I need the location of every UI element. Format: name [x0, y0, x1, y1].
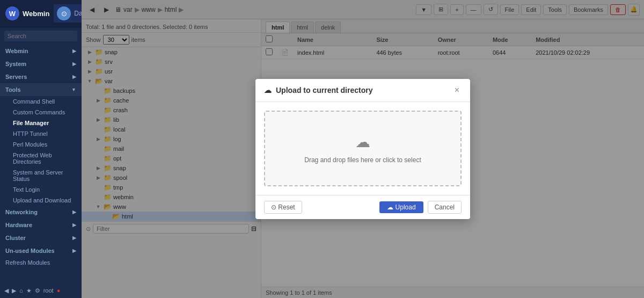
upload-modal: ☁ Upload to current directory × ☁ Drag a… — [255, 79, 470, 219]
sidebar-unused-arrow: ▶ — [72, 248, 76, 253]
sidebar-system-arrow: ▶ — [72, 61, 76, 67]
sidebar-item-upload-download[interactable]: Upload and Download — [8, 195, 82, 206]
sidebar-tools-label: Tools — [5, 86, 21, 93]
reset-button[interactable]: ⊙ Reset — [264, 201, 302, 214]
footer-icon-star[interactable]: ★ — [26, 287, 32, 294]
sidebar-cluster-label: Cluster — [5, 235, 26, 241]
footer-icon-gear[interactable]: ⚙ — [35, 287, 40, 294]
reset-label: Reset — [278, 203, 295, 211]
upload-title-text: Upload to current directory — [276, 86, 372, 95]
webmin-icon: W — [5, 6, 19, 20]
dashboard-icon: ⊙ — [57, 6, 71, 20]
sidebar-webmin-link[interactable]: W Webmin — [5, 6, 49, 20]
sidebar-hardware-arrow: ▶ — [72, 222, 76, 228]
sidebar-system-label: System — [5, 61, 26, 67]
sidebar-item-system-server-status[interactable]: System and Server Status — [8, 167, 82, 184]
search-input[interactable] — [4, 31, 77, 41]
upload-label: Upload — [396, 203, 416, 211]
webmin-label: Webmin — [23, 10, 49, 18]
sidebar-item-webmin[interactable]: Webmin ▶ — [0, 45, 82, 57]
modal-body: ☁ Drag and drop files here or click to s… — [255, 102, 470, 195]
cancel-button[interactable]: Cancel — [428, 201, 462, 214]
sidebar-header: W Webmin ⊙ Dashboard — [0, 0, 82, 27]
sidebar-networking-label: Networking — [5, 209, 38, 215]
sidebar-item-cluster[interactable]: Cluster ▶ — [0, 231, 82, 244]
sidebar-item-hardware[interactable]: Hardware ▶ — [0, 219, 82, 231]
modal-footer-left: ⊙ Reset — [264, 201, 375, 214]
main-area: ◀ ▶ 🖥 var ▶ www ▶ html ▶ ▼ ⊞ + — ↺ File … — [82, 0, 644, 298]
drop-zone[interactable]: ☁ Drag and drop files here or click to s… — [264, 111, 462, 186]
sidebar-item-perl-modules[interactable]: Perl Modules — [8, 139, 82, 150]
sidebar-item-networking[interactable]: Networking ▶ — [0, 206, 82, 219]
footer-icon-home[interactable]: ⌂ — [19, 287, 23, 294]
sidebar-tools-arrow: ▼ — [71, 87, 76, 92]
footer-icon-red[interactable]: ● — [57, 287, 61, 294]
sidebar-networking-arrow: ▶ — [72, 209, 76, 215]
modal-title: ☁ Upload to current directory — [264, 86, 372, 95]
sidebar-webmin-section-label: Webmin — [5, 48, 28, 54]
upload-icon: ☁ — [387, 203, 393, 211]
sidebar-nav: Webmin ▶ System ▶ Servers ▶ Tools ▼ Comm… — [0, 45, 82, 283]
upload-title-icon: ☁ — [264, 86, 272, 95]
sidebar-servers-arrow: ▶ — [72, 74, 76, 79]
dropzone-text: Drag and drop files here or click to sel… — [304, 156, 421, 164]
upload-button[interactable]: ☁ Upload — [379, 201, 423, 213]
reset-icon: ⊙ — [271, 203, 276, 211]
footer-icon-2[interactable]: ▶ — [12, 287, 16, 294]
sidebar-item-protected-web[interactable]: Protected Web Directories — [8, 150, 82, 167]
sidebar-webmin-arrow: ▶ — [72, 48, 76, 54]
sidebar-tools-submenu: Command Shell Custom Commands File Manag… — [0, 96, 82, 206]
sidebar-hardware-label: Hardware — [5, 222, 32, 228]
sidebar-item-custom-commands[interactable]: Custom Commands — [8, 107, 82, 118]
sidebar-cluster-arrow: ▶ — [72, 235, 76, 241]
sidebar-item-servers[interactable]: Servers ▶ — [0, 70, 82, 83]
sidebar-footer: ◀ ▶ ⌂ ★ ⚙ root ● — [0, 283, 82, 298]
sidebar-unused-label: Un-used Modules — [5, 248, 55, 254]
footer-user[interactable]: root — [43, 287, 54, 294]
dropzone-cloud-icon: ☁ — [355, 133, 370, 151]
sidebar-item-http-tunnel[interactable]: HTTP Tunnel — [8, 128, 82, 139]
modal-footer: ⊙ Reset ☁ Upload Cancel — [255, 195, 470, 219]
sidebar-item-command-shell[interactable]: Command Shell — [8, 96, 82, 107]
modal-overlay[interactable]: ☁ Upload to current directory × ☁ Drag a… — [82, 0, 644, 298]
sidebar-servers-label: Servers — [5, 74, 27, 80]
footer-icon-1[interactable]: ◀ — [4, 287, 9, 294]
sidebar-item-tools[interactable]: Tools ▼ — [0, 83, 82, 96]
sidebar-item-system[interactable]: System ▶ — [0, 57, 82, 70]
modal-close-button[interactable]: × — [452, 85, 462, 95]
sidebar-item-unused[interactable]: Un-used Modules ▶ — [0, 244, 82, 257]
sidebar-item-file-manager[interactable]: File Manager — [8, 118, 82, 128]
sidebar-item-text-login[interactable]: Text Login — [8, 184, 82, 195]
sidebar-search-container — [0, 27, 82, 45]
sidebar-item-refresh-modules[interactable]: Refresh Modules — [0, 257, 82, 268]
sidebar: W Webmin ⊙ Dashboard Webmin ▶ System ▶ S… — [0, 0, 82, 298]
modal-header: ☁ Upload to current directory × — [255, 79, 470, 102]
